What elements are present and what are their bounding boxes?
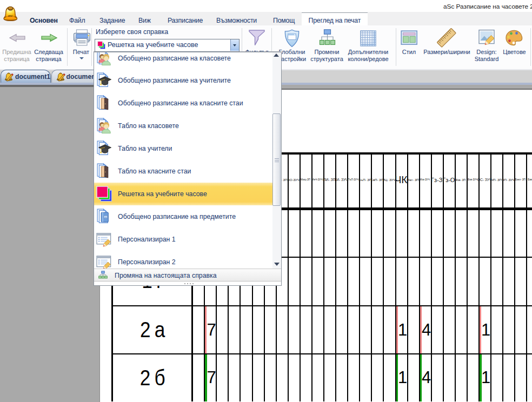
svg-text:asc: asc [8,13,13,17]
